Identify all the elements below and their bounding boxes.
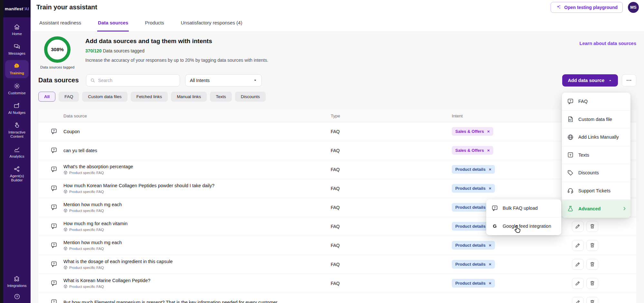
tab[interactable]: Unsatisfactory responses (4) bbox=[180, 14, 243, 32]
data-source-title: But how much Elemental magnesium is pres… bbox=[63, 300, 331, 303]
filter-chip[interactable]: All bbox=[38, 92, 55, 102]
sidebar-item-messages[interactable]: Messages bbox=[5, 41, 29, 58]
sparkles-icon bbox=[556, 5, 561, 10]
edit-row-button[interactable] bbox=[572, 259, 584, 270]
trash-icon bbox=[590, 243, 595, 248]
menu-item-bulk-faq-upload[interactable]: Bulk FAQ upload bbox=[486, 199, 561, 217]
chevron-down-icon bbox=[253, 78, 258, 83]
sidebar-item-agents-builder[interactable]: Agent(s) Builder bbox=[5, 163, 29, 185]
product-box-icon bbox=[63, 246, 68, 251]
sidebar: manifest'AI Home Messages Training Custo… bbox=[3, 0, 31, 303]
column-data-source: Data source bbox=[63, 114, 331, 118]
sidebar-item-customise[interactable]: Customise bbox=[5, 80, 29, 98]
remove-intent-icon[interactable]: × bbox=[489, 262, 491, 267]
data-source-title: What is the dosage of each ingredient in… bbox=[63, 259, 331, 264]
hand-pointer-icon bbox=[14, 122, 20, 129]
table-row[interactable]: What is Korean Marine Collagen Peptide? … bbox=[38, 274, 636, 293]
faq-bubble-icon bbox=[51, 299, 57, 303]
menu-item-add-links-manually[interactable]: Add Links Manually bbox=[562, 128, 630, 146]
table-row[interactable]: What is the dosage of each ingredient in… bbox=[38, 255, 636, 274]
intent-filter-select[interactable]: All Intents bbox=[185, 74, 262, 87]
filter-chip[interactable]: Manual links bbox=[171, 92, 207, 102]
data-source-title: Coupon bbox=[63, 129, 331, 134]
tab[interactable]: Data sources bbox=[97, 14, 129, 32]
open-testing-playground-button[interactable]: Open testing playground bbox=[551, 2, 623, 13]
search-input[interactable] bbox=[98, 78, 176, 83]
filter-chip[interactable]: Custom data files bbox=[82, 92, 127, 102]
pencil-icon bbox=[575, 299, 581, 303]
tagged-progress-ring: 308% bbox=[44, 36, 71, 63]
pencil-icon bbox=[575, 224, 581, 229]
table-row[interactable]: But how much Elemental magnesium is pres… bbox=[38, 293, 636, 303]
delete-row-button[interactable] bbox=[586, 259, 598, 270]
data-source-title: What is Korean Marine Collagen Peptide? bbox=[63, 278, 331, 283]
line-chart-icon bbox=[14, 146, 20, 153]
sidebar-item-analytics[interactable]: Analytics bbox=[5, 143, 29, 161]
logo-ai-text: 'AI bbox=[24, 6, 29, 11]
tab[interactable]: Products bbox=[144, 14, 165, 32]
tab[interactable]: Assistant readiness bbox=[39, 14, 82, 32]
menu-item-google-feed-integration[interactable]: Google feed integration bbox=[486, 217, 561, 235]
avatar[interactable]: MS bbox=[628, 2, 639, 13]
table-row[interactable]: How much Korean Marine Collagen Peptides… bbox=[38, 179, 636, 198]
intent-tag: Product details × bbox=[452, 260, 495, 269]
trash-icon bbox=[590, 224, 595, 229]
menu-item-discounts[interactable]: Discounts bbox=[562, 164, 630, 182]
product-box-icon bbox=[63, 227, 68, 232]
menu-item-texts[interactable]: Texts bbox=[562, 146, 630, 164]
edit-row-button[interactable] bbox=[572, 240, 584, 251]
sidebar-item-interactive-content[interactable]: Interactive Content bbox=[5, 119, 29, 141]
remove-intent-icon[interactable]: × bbox=[489, 243, 491, 248]
table-row[interactable]: can yu tell dates FAQ Sales & Offers bbox=[38, 141, 636, 160]
data-source-subtitle: Product specific FAQ bbox=[63, 208, 331, 213]
remove-intent-icon[interactable]: × bbox=[487, 129, 490, 134]
filter-chip[interactable]: Texts bbox=[210, 92, 232, 102]
data-source-subtitle: Product specific FAQ bbox=[63, 170, 331, 175]
faq-bubble-icon bbox=[51, 166, 57, 173]
window-edge bbox=[0, 0, 3, 303]
delete-row-button[interactable] bbox=[586, 297, 598, 303]
intent-tag: Product details × bbox=[452, 184, 495, 193]
menu-item-advanced[interactable]: Advanced bbox=[562, 200, 630, 218]
add-data-source-button[interactable]: Add data source bbox=[562, 74, 618, 87]
sidebar-item-integrations[interactable]: Integrations bbox=[5, 273, 29, 290]
data-source-title: What's the absorption percentage bbox=[63, 164, 331, 169]
gear-icon bbox=[14, 83, 20, 89]
search-box[interactable] bbox=[86, 74, 180, 87]
filter-chip[interactable]: Discounts bbox=[235, 92, 266, 102]
delete-row-button[interactable] bbox=[586, 221, 598, 232]
table-row[interactable]: Mention how much mg each Product specifi… bbox=[38, 236, 636, 255]
menu-item-support-tickets[interactable]: Support Tickets bbox=[562, 182, 630, 200]
remove-intent-icon[interactable]: × bbox=[487, 148, 490, 153]
menu-item-faq[interactable]: FAQ bbox=[562, 93, 630, 111]
sidebar-item-home[interactable]: Home bbox=[5, 21, 29, 39]
edit-row-button[interactable] bbox=[572, 297, 584, 303]
data-source-type: FAQ bbox=[331, 186, 452, 191]
edit-row-button[interactable] bbox=[572, 278, 584, 289]
sidebar-item-ai-nudges[interactable]: AI Nudges bbox=[5, 100, 29, 117]
learn-about-data-sources-link[interactable]: Learn about data sources bbox=[580, 41, 636, 46]
data-source-subtitle: Product specific FAQ bbox=[63, 265, 331, 270]
home-icon bbox=[14, 23, 20, 30]
table-row[interactable]: What's the absorption percentage Product… bbox=[38, 160, 636, 179]
intent-tag: Product details × bbox=[452, 241, 495, 250]
sidebar-item-training[interactable]: Training bbox=[5, 60, 29, 78]
data-source-type: FAQ bbox=[331, 243, 452, 248]
delete-row-button[interactable] bbox=[586, 278, 598, 289]
remove-intent-icon[interactable]: × bbox=[489, 281, 491, 286]
section-heading: Add data sources and tag them with inten… bbox=[85, 38, 268, 45]
data-source-subtitle: Product specific FAQ bbox=[63, 189, 331, 194]
filter-chip[interactable]: FAQ bbox=[59, 92, 79, 102]
column-intent: Intent bbox=[452, 114, 570, 118]
filter-chip[interactable]: Fetched links bbox=[131, 92, 168, 102]
delete-row-button[interactable] bbox=[586, 240, 598, 251]
remove-intent-icon[interactable]: × bbox=[489, 186, 491, 191]
data-source-title: Mention how much mg each bbox=[63, 240, 331, 245]
more-options-button[interactable]: ••• bbox=[622, 74, 636, 87]
faq-bubble-icon bbox=[51, 128, 57, 135]
remove-intent-icon[interactable]: × bbox=[489, 167, 491, 172]
table-row[interactable]: Coupon FAQ Sales & Offers × bbox=[38, 122, 636, 141]
menu-item-custom-data-file[interactable]: Custom data file bbox=[562, 111, 630, 129]
help-button[interactable] bbox=[3, 291, 31, 303]
edit-row-button[interactable] bbox=[572, 221, 584, 232]
